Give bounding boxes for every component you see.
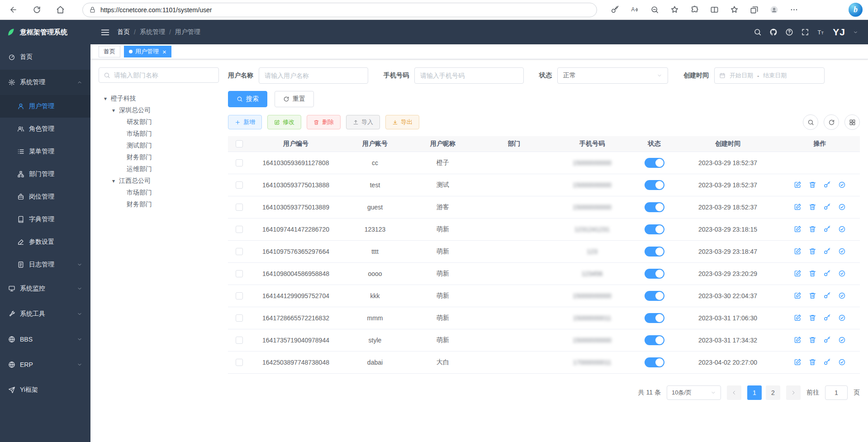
tree-node[interactable]: 财务部门 bbox=[99, 199, 219, 210]
status-toggle[interactable] bbox=[645, 335, 664, 345]
edit-icon[interactable] bbox=[794, 336, 802, 344]
delete-icon[interactable] bbox=[809, 336, 816, 344]
close-icon[interactable]: × bbox=[162, 48, 166, 55]
profile-avatar[interactable] bbox=[766, 2, 782, 18]
status-select[interactable]: 正常 bbox=[557, 67, 668, 84]
refresh-table-button[interactable] bbox=[824, 114, 839, 130]
tree-node[interactable]: 市场部门 bbox=[99, 128, 219, 140]
assign-role-icon[interactable] bbox=[838, 247, 846, 255]
edit-icon[interactable] bbox=[794, 225, 802, 233]
sidebar-item[interactable]: 角色管理 bbox=[0, 118, 90, 140]
assign-role-icon[interactable] bbox=[838, 314, 846, 322]
chevron-down-icon[interactable] bbox=[853, 30, 858, 35]
status-toggle[interactable] bbox=[645, 158, 664, 168]
zoom-icon[interactable] bbox=[647, 2, 662, 18]
sidebar-toggle-icon[interactable] bbox=[100, 28, 110, 37]
edit-icon[interactable] bbox=[794, 270, 802, 277]
tree-node[interactable]: ▾ 橙子科技 bbox=[99, 93, 219, 105]
date-range-picker[interactable]: 开始日期 - 结束日期 bbox=[714, 67, 825, 84]
reset-password-icon[interactable] bbox=[823, 270, 831, 277]
assign-role-icon[interactable] bbox=[838, 270, 846, 277]
tree-node[interactable]: 市场部门 bbox=[99, 187, 219, 199]
settings-menu-icon[interactable] bbox=[786, 2, 802, 18]
row-checkbox[interactable] bbox=[236, 159, 243, 166]
row-checkbox[interactable] bbox=[236, 337, 243, 344]
status-toggle[interactable] bbox=[645, 224, 664, 234]
row-checkbox[interactable] bbox=[236, 204, 243, 211]
status-toggle[interactable] bbox=[645, 180, 664, 190]
favorites-add-icon[interactable] bbox=[667, 2, 682, 18]
edit-icon[interactable] bbox=[794, 314, 802, 322]
edit-icon[interactable] bbox=[794, 358, 802, 366]
reset-password-icon[interactable] bbox=[823, 203, 831, 211]
sidebar-item[interactable]: BBS bbox=[0, 327, 90, 352]
sidebar-item[interactable]: 参数设置 bbox=[0, 231, 90, 253]
modify-button[interactable]: 修改 bbox=[267, 115, 301, 129]
row-checkbox[interactable] bbox=[236, 314, 243, 322]
refresh-button[interactable] bbox=[29, 2, 44, 18]
tree-node[interactable]: ▾ 深圳总公司 bbox=[99, 105, 219, 116]
user-avatar[interactable]: YJ bbox=[833, 27, 845, 38]
next-page-button[interactable] bbox=[786, 385, 801, 400]
github-icon[interactable] bbox=[769, 28, 778, 36]
row-checkbox[interactable] bbox=[236, 181, 243, 189]
reset-password-icon[interactable] bbox=[823, 358, 831, 366]
sidebar-item[interactable]: 部门管理 bbox=[0, 163, 90, 185]
sidebar-item[interactable]: ERP bbox=[0, 352, 90, 377]
font-size-icon[interactable]: TT bbox=[817, 28, 825, 36]
row-checkbox[interactable] bbox=[236, 359, 243, 366]
goto-page-input[interactable] bbox=[825, 385, 848, 400]
sidebar-item[interactable]: 用户管理 bbox=[0, 95, 90, 118]
bing-sidebar-button[interactable]: b bbox=[849, 3, 863, 17]
status-toggle[interactable] bbox=[645, 269, 664, 279]
assign-role-icon[interactable] bbox=[838, 292, 846, 299]
row-checkbox[interactable] bbox=[236, 292, 243, 299]
delete-button[interactable]: 删除 bbox=[307, 115, 341, 129]
reset-password-icon[interactable] bbox=[823, 292, 831, 299]
assign-role-icon[interactable] bbox=[838, 336, 846, 344]
add-button[interactable]: 新增 bbox=[228, 115, 262, 129]
tab-item[interactable]: 首页 bbox=[99, 46, 120, 57]
tree-node[interactable]: 运维部门 bbox=[99, 163, 219, 175]
sidebar-item[interactable]: 系统管理 bbox=[0, 70, 90, 95]
edit-icon[interactable] bbox=[794, 292, 802, 299]
sidebar-item[interactable]: 岗位管理 bbox=[0, 185, 90, 208]
search-button[interactable]: 搜索 bbox=[228, 91, 267, 107]
select-all-checkbox[interactable] bbox=[236, 140, 243, 147]
dept-search-input[interactable] bbox=[114, 71, 214, 79]
assign-role-icon[interactable] bbox=[838, 181, 846, 189]
split-screen-icon[interactable] bbox=[707, 2, 722, 18]
row-checkbox[interactable] bbox=[236, 226, 243, 233]
assign-role-icon[interactable] bbox=[838, 225, 846, 233]
tree-node[interactable]: 研发部门 bbox=[99, 116, 219, 128]
address-bar[interactable]: https://ccnetcore.com:1101/system/user bbox=[82, 3, 597, 17]
favorites-icon[interactable] bbox=[726, 2, 742, 18]
toggle-search-button[interactable] bbox=[803, 114, 818, 130]
fullscreen-icon[interactable] bbox=[801, 28, 809, 36]
help-icon[interactable] bbox=[785, 28, 793, 36]
tab-active[interactable]: 用户管理 × bbox=[124, 46, 171, 57]
edit-icon[interactable] bbox=[794, 181, 802, 189]
reset-button[interactable]: 重置 bbox=[275, 91, 314, 107]
sidebar-item[interactable]: 系统工具 bbox=[0, 301, 90, 327]
phone-input[interactable] bbox=[414, 67, 524, 84]
sidebar-item[interactable]: 字典管理 bbox=[0, 208, 90, 231]
sidebar-item[interactable]: 日志管理 bbox=[0, 253, 90, 276]
home-button[interactable] bbox=[52, 2, 68, 18]
export-button[interactable]: 导出 bbox=[385, 115, 419, 129]
extensions-icon[interactable] bbox=[687, 2, 702, 18]
edit-icon[interactable] bbox=[794, 247, 802, 255]
delete-icon[interactable] bbox=[809, 225, 816, 233]
collections-icon[interactable] bbox=[746, 2, 762, 18]
read-aloud-icon[interactable]: A bbox=[627, 2, 642, 18]
reset-password-icon[interactable] bbox=[823, 225, 831, 233]
status-toggle[interactable] bbox=[645, 313, 664, 323]
import-button[interactable]: 导入 bbox=[346, 115, 380, 129]
reset-password-icon[interactable] bbox=[823, 247, 831, 255]
reset-password-icon[interactable] bbox=[823, 336, 831, 344]
breadcrumb-item[interactable]: 系统管理 bbox=[140, 28, 165, 36]
status-toggle[interactable] bbox=[645, 202, 664, 212]
delete-icon[interactable] bbox=[809, 181, 816, 189]
reset-password-icon[interactable] bbox=[823, 181, 831, 189]
delete-icon[interactable] bbox=[809, 358, 816, 366]
